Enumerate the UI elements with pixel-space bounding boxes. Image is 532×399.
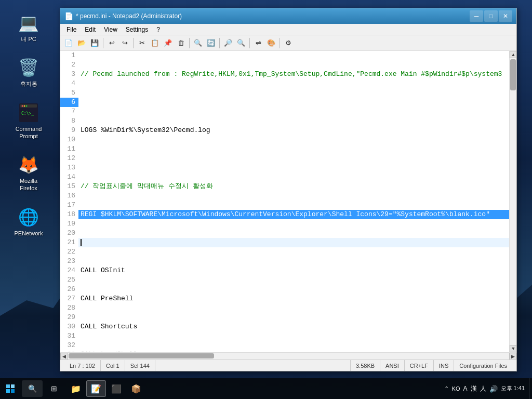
ime-input-mode[interactable]: A	[463, 385, 468, 392]
my-pc-label: 내 PC	[21, 35, 36, 43]
show-desktop-button[interactable]	[529, 378, 532, 399]
status-sel: Sel 144	[125, 360, 155, 371]
scroll-left-arrow[interactable]: ◀	[60, 353, 68, 360]
line-num-2: 2	[60, 60, 78, 70]
taskbar-item-file-explorer[interactable]: 📁	[66, 380, 85, 397]
title-bar-controls: ─ □ ✕	[470, 10, 512, 22]
status-spacer	[155, 360, 351, 371]
code-line-1: // Pecmd launched from : RegWrite,HKLM,0…	[78, 70, 509, 79]
line-num-18: 18	[60, 210, 78, 219]
line-num-15: 15	[60, 182, 78, 191]
desktop-icon-penetwork[interactable]: 🌐 PENetwork	[10, 205, 47, 239]
horizontal-scrollbar[interactable]: ◀ ▶	[60, 352, 516, 360]
penetwork-label: PENetwork	[14, 230, 43, 237]
minimize-button[interactable]: ─	[470, 10, 483, 22]
cut-button[interactable]: ✂	[136, 37, 148, 49]
code-line-10: CALL Shortcuts	[78, 322, 509, 331]
command-prompt-icon: C:\>_	[18, 102, 39, 123]
menu-help[interactable]: ?	[152, 25, 164, 34]
task-view-button[interactable]: ⊞	[44, 380, 64, 397]
scroll-up-arrow[interactable]: ▲	[510, 51, 516, 58]
menu-settings[interactable]: Settings	[122, 25, 152, 34]
find-button[interactable]: 🔍	[192, 37, 204, 49]
toolbar-separator-3	[189, 38, 190, 48]
status-lineending: CR+LF	[405, 360, 434, 371]
scheme-button[interactable]: 🎨	[265, 37, 277, 49]
status-position: Ln 7 : 102	[64, 360, 101, 371]
start-button[interactable]	[0, 378, 21, 399]
notepad-window: 📄 * pecmd.ini - Notepad2 (Administrator)…	[60, 8, 517, 371]
command-prompt-label: CommandPrompt	[16, 125, 42, 140]
window-title: * pecmd.ini - Notepad2 (Administrator)	[76, 12, 470, 20]
menu-view[interactable]: View	[100, 25, 122, 34]
taskbar-item-notepad[interactable]: 📝	[86, 380, 106, 397]
menu-file[interactable]: File	[62, 25, 81, 34]
replace-button[interactable]: 🔄	[205, 37, 217, 49]
line-num-23: 23	[60, 257, 78, 266]
redo-button[interactable]: ↪	[118, 37, 131, 49]
line-num-25: 25	[60, 275, 78, 285]
code-line-9: CALL PreShell	[78, 294, 509, 303]
svg-point-3	[24, 105, 25, 107]
line-num-22: 22	[60, 247, 78, 257]
scroll-thumb[interactable]	[510, 59, 516, 90]
my-pc-icon: 💻	[18, 12, 39, 33]
toolbar-separator-1	[103, 38, 103, 48]
line-num-7: 7	[60, 107, 78, 116]
scroll-right-arrow[interactable]: ▶	[509, 353, 516, 360]
penetwork-icon: 🌐	[18, 207, 39, 228]
tray-chevron[interactable]: ⌃	[444, 385, 449, 392]
code-line-4	[78, 154, 509, 163]
desktop-icon-firefox[interactable]: 🦊 MozillaFirefox	[10, 152, 47, 194]
ime-indicator[interactable]: KO	[452, 385, 460, 392]
code-line-8: CALL OSInit	[78, 266, 509, 275]
close-button[interactable]: ✕	[499, 10, 512, 22]
taskbar-clock[interactable]: 오후 1:41	[501, 384, 525, 392]
taskbar-tray: ⌃ KO A 漢 人 🔊 오후 1:41	[440, 384, 529, 393]
search-button[interactable]: 🔍	[22, 380, 43, 397]
vertical-scrollbar[interactable]: ▲ ▼	[509, 51, 516, 352]
editor-container[interactable]: 1 2 3 4 5 6 7 8 9 10 11 12 13 14	[60, 51, 509, 352]
h-scroll-thumb[interactable]	[69, 353, 214, 358]
scroll-down-arrow[interactable]: ▼	[510, 345, 516, 352]
h-scroll-track[interactable]	[68, 353, 509, 360]
delete-button[interactable]: 🗑	[175, 37, 187, 49]
windows-logo-icon	[6, 384, 15, 393]
settings2-button[interactable]: ⚙	[282, 37, 295, 49]
line-num-14: 14	[60, 172, 78, 182]
line-num-9: 9	[60, 126, 78, 135]
line-num-32: 32	[60, 341, 78, 350]
menu-edit[interactable]: Edit	[81, 25, 100, 34]
open-button[interactable]: 📂	[75, 37, 88, 49]
title-bar: 📄 * pecmd.ini - Notepad2 (Administrator)…	[60, 8, 516, 24]
taskbar-item-7zip[interactable]: 📦	[127, 380, 145, 397]
maximize-button[interactable]: □	[484, 10, 498, 22]
code-line-6: REGI $HKLM\SOFTWARE\Microsoft\Windows\Cu…	[78, 210, 509, 219]
zoom-in-button[interactable]: 🔎	[222, 37, 234, 49]
line-num-27: 27	[60, 294, 78, 303]
line-num-10: 10	[60, 135, 78, 144]
code-line-3: LOGS %WinDir%\System32\Pecmd.log	[78, 126, 509, 135]
new-button[interactable]: 📄	[62, 37, 75, 49]
desktop-icon-command-prompt[interactable]: C:\>_ CommandPrompt	[10, 100, 47, 142]
line-num-3: 3	[60, 70, 78, 79]
code-line-7	[78, 238, 509, 247]
notepad-icon: 📝	[91, 384, 101, 394]
code-editor[interactable]: // Pecmd launched from : RegWrite,HKLM,0…	[78, 51, 509, 352]
taskbar-item-cmd[interactable]: ⬛	[107, 380, 126, 397]
zoom-out-button[interactable]: 🔍	[235, 37, 247, 49]
ime-korean[interactable]: 漢	[471, 384, 477, 393]
wordwrap-button[interactable]: ⇌	[252, 37, 264, 49]
taskbar: 🔍 ⊞ 📁 📝 ⬛ 📦 ⌃ KO A 漢 人	[0, 378, 532, 399]
save-button[interactable]: 💾	[88, 37, 101, 49]
status-col: Col 1	[101, 360, 125, 371]
volume-icon[interactable]: 🔊	[489, 385, 498, 393]
recycle-bin-label: 휴지통	[20, 80, 37, 87]
scroll-track[interactable]	[510, 58, 516, 345]
copy-button[interactable]: 📋	[149, 37, 161, 49]
line-num-30: 30	[60, 322, 78, 331]
desktop-icon-my-pc[interactable]: 💻 내 PC	[10, 10, 47, 45]
paste-button[interactable]: 📌	[162, 37, 174, 49]
desktop-icon-recycle-bin[interactable]: 🗑️ 휴지통	[10, 55, 47, 89]
undo-button[interactable]: ↩	[105, 37, 118, 49]
